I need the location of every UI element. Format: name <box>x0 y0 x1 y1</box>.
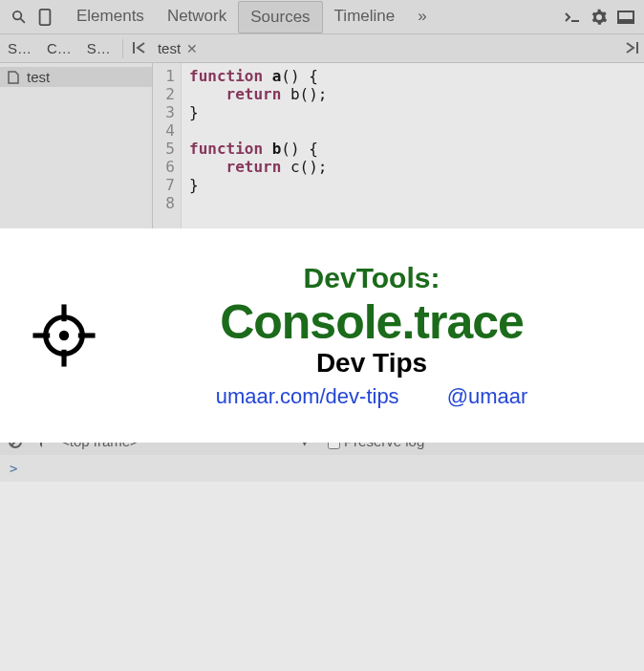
file-tab-label: test <box>158 40 181 56</box>
search-icon[interactable] <box>6 5 31 30</box>
sidebar-tab-1[interactable]: C… <box>39 40 79 56</box>
dock-icon[interactable] <box>613 5 638 30</box>
panel-tabs: Elements Network Sources Timeline » <box>65 1 439 33</box>
svg-line-1 <box>20 19 24 23</box>
svg-rect-6 <box>133 42 135 54</box>
svg-rect-7 <box>636 42 638 54</box>
overlay-link-site[interactable]: umaar.com/dev-tips <box>216 384 399 409</box>
console-input[interactable]: > <box>0 455 644 482</box>
sidebar-tab-0[interactable]: S… <box>0 40 39 56</box>
device-icon[interactable] <box>32 5 57 30</box>
tree-item-test[interactable]: test <box>0 67 152 87</box>
overlay-title: Console.trace <box>118 294 625 350</box>
tab-overflow[interactable]: » <box>406 1 438 33</box>
overlay-link-handle[interactable]: @umaar <box>447 384 528 409</box>
tab-elements[interactable]: Elements <box>65 1 156 33</box>
gear-icon[interactable] <box>587 5 612 30</box>
nav-next-icon[interactable] <box>619 40 644 56</box>
close-icon[interactable]: ✕ <box>186 41 198 56</box>
console-toggle-icon[interactable] <box>560 5 585 30</box>
svg-point-12 <box>59 331 69 340</box>
file-icon <box>8 71 21 84</box>
overlay-subtitle: Dev Tips <box>118 348 625 379</box>
title-card: DevTools: Console.trace Dev Tips umaar.c… <box>0 228 644 443</box>
tree-item-label: test <box>27 69 50 85</box>
tab-sources[interactable]: Sources <box>238 1 322 33</box>
file-tab-test[interactable]: test ✕ <box>152 40 204 56</box>
nav-prev-icon[interactable] <box>127 40 152 56</box>
svg-rect-2 <box>40 9 51 24</box>
overlay-heading: DevTools: <box>118 262 625 294</box>
tab-timeline[interactable]: Timeline <box>323 1 407 33</box>
svg-point-0 <box>12 11 20 19</box>
sidebar-tab-2[interactable]: S… <box>79 40 118 56</box>
svg-rect-5 <box>618 19 633 23</box>
prompt-symbol: > <box>10 461 17 476</box>
tab-network[interactable]: Network <box>156 1 238 33</box>
crosshair-icon <box>29 300 99 371</box>
